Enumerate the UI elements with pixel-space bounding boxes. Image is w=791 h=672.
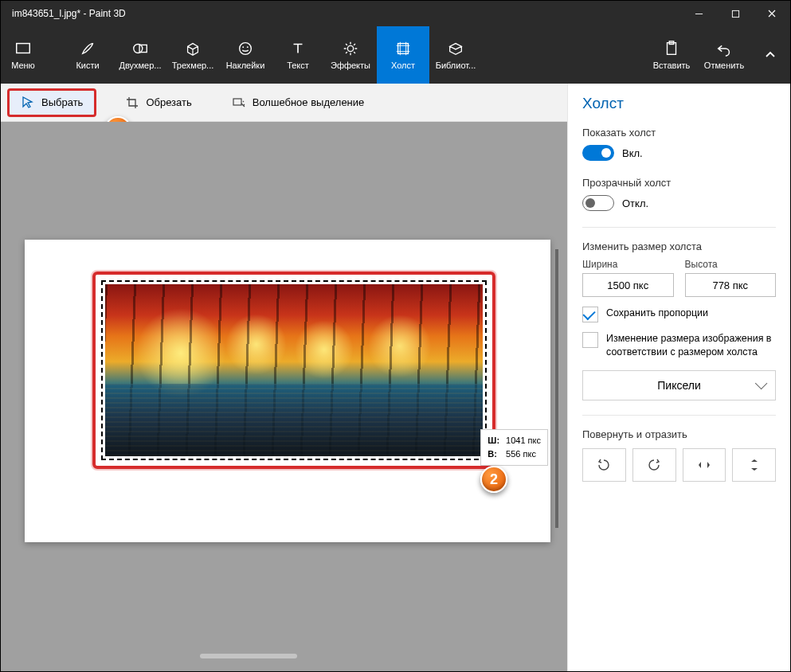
canvas-viewport: Ш:1041 пкс В:556 пкс 2	[1, 122, 567, 671]
toggle-on-text: Вкл.	[622, 147, 643, 159]
canvas-button[interactable]: Холст	[377, 26, 429, 84]
library-label: Библиот...	[436, 61, 476, 70]
crop-label: Обрезать	[146, 96, 191, 108]
horizontal-scrollbar[interactable]	[200, 654, 297, 658]
magic-label: Волшебное выделение	[253, 96, 365, 108]
svg-point-6	[247, 46, 249, 48]
units-value: Пиксели	[657, 379, 700, 392]
shapes3d-label: Трехмер...	[172, 61, 214, 70]
crop-icon	[125, 96, 139, 110]
rotate-right-button[interactable]	[632, 448, 676, 482]
window-controls	[680, 1, 790, 26]
stickers-button[interactable]: Наклейки	[219, 26, 272, 84]
image-content	[105, 284, 483, 456]
divider	[582, 227, 776, 228]
width-label: Ширина	[582, 259, 674, 270]
library-button[interactable]: Библиот...	[429, 26, 482, 84]
cursor-icon	[21, 96, 35, 110]
shapes2d-label: Двухмер...	[119, 61, 161, 70]
magic-select-tool[interactable]: Волшебное выделение	[221, 91, 376, 115]
select-label: Выбрать	[41, 96, 83, 108]
svg-rect-11	[233, 99, 241, 105]
annotation-highlight-2: Ш:1041 пкс В:556 пкс	[92, 272, 495, 469]
svg-point-4	[240, 43, 252, 55]
paste-button[interactable]: Вставить	[645, 26, 698, 84]
paste-label: Вставить	[653, 61, 691, 70]
toggle-off-text: Откл.	[622, 197, 648, 209]
resize-image-checkbox[interactable]	[582, 332, 598, 348]
stickers-label: Наклейки	[226, 61, 265, 70]
show-canvas-toggle[interactable]	[582, 145, 614, 161]
svg-rect-8	[398, 44, 409, 54]
close-button[interactable]	[754, 1, 790, 26]
effects-label: Эффекты	[331, 61, 370, 70]
undo-button[interactable]: Отменить	[698, 26, 750, 84]
effects-button[interactable]: Эффекты	[324, 26, 377, 84]
rotate-label: Повернуть и отразить	[582, 428, 776, 440]
collapse-ribbon-button[interactable]	[750, 26, 790, 84]
svg-rect-3	[139, 45, 147, 52]
units-dropdown[interactable]: Пиксели	[582, 370, 776, 400]
lock-aspect-label: Сохранить пропорции	[606, 307, 708, 320]
select-tool[interactable]: Выбрать	[7, 88, 96, 117]
canvas-label: Холст	[391, 61, 415, 70]
titlebar: im843651_l.jpg* - Paint 3D	[1, 1, 790, 26]
flip-vertical-button[interactable]	[732, 448, 776, 482]
crop-tool[interactable]: Обрезать	[114, 91, 202, 115]
panel-title: Холст	[582, 95, 776, 112]
lock-aspect-checkbox[interactable]	[582, 307, 598, 322]
brushes-button[interactable]: Кисти	[61, 26, 114, 84]
divider	[582, 415, 776, 416]
svg-rect-0	[732, 10, 738, 17]
brushes-label: Кисти	[76, 61, 99, 70]
show-canvas-label: Показать холст	[582, 127, 776, 139]
selection-marquee[interactable]	[101, 280, 487, 460]
menu-label: Меню	[11, 61, 35, 70]
annotation-marker-2: 2	[480, 466, 507, 493]
window-title: im843651_l.jpg* - Paint 3D	[12, 8, 680, 19]
height-input[interactable]: 778 пкс	[685, 273, 777, 297]
vertical-scrollbar[interactable]	[555, 249, 558, 528]
flip-horizontal-button[interactable]	[683, 448, 726, 482]
minimize-button[interactable]	[680, 1, 717, 26]
width-input[interactable]: 1500 пкс	[582, 273, 674, 297]
height-label: Высота	[685, 259, 777, 270]
ribbon: Меню Кисти Двухмер... Трехмер... Наклейк…	[1, 26, 790, 84]
shapes2d-button[interactable]: Двухмер...	[114, 26, 166, 84]
text-label: Текст	[287, 61, 309, 70]
resize-canvas-label: Изменить размер холста	[582, 240, 776, 252]
svg-point-7	[347, 45, 353, 51]
maximize-button[interactable]	[717, 1, 754, 26]
text-button[interactable]: Текст	[272, 26, 324, 84]
undo-label: Отменить	[704, 61, 744, 70]
magic-icon	[232, 96, 246, 110]
transparent-canvas-label: Прозрачный холст	[582, 177, 776, 189]
side-panel: Холст Показать холст Вкл. Прозрачный хол…	[567, 84, 790, 671]
shapes3d-button[interactable]: Трехмер...	[166, 26, 219, 84]
transparent-canvas-toggle[interactable]	[582, 195, 614, 211]
selection-size-tooltip: Ш:1041 пкс В:556 пкс	[480, 429, 548, 466]
svg-rect-1	[17, 44, 30, 53]
rotate-left-button[interactable]	[582, 448, 626, 482]
menu-button[interactable]: Меню	[1, 26, 45, 84]
svg-point-2	[134, 45, 143, 53]
svg-point-5	[242, 46, 244, 48]
resize-image-label: Изменение размера изображения в соответс…	[606, 332, 776, 359]
